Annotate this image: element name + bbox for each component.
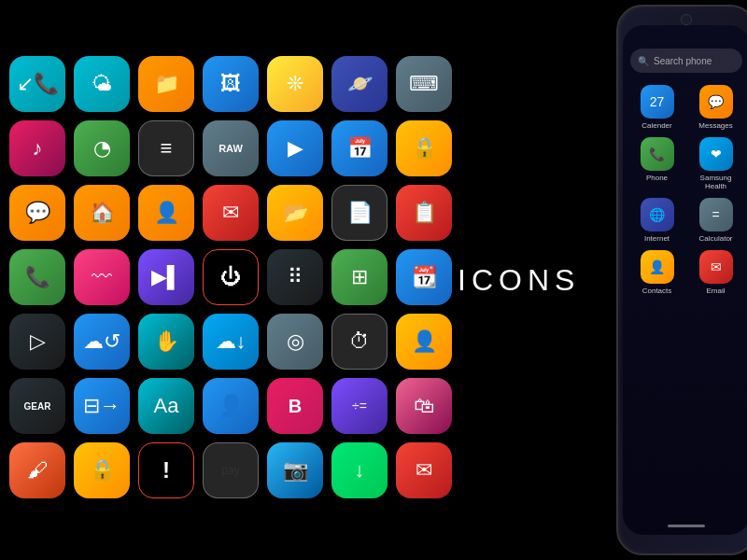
email-app-label: Email <box>706 287 725 295</box>
calender-app-label: Calender <box>641 121 671 130</box>
internet-app-icon: 🌐 <box>641 198 674 231</box>
email2-icon[interactable]: ✉ <box>396 442 452 498</box>
home-icon[interactable]: 🏠 <box>74 185 130 241</box>
phone-search-text: Search phone <box>654 56 712 66</box>
calendar-icon[interactable]: 📅 <box>331 120 388 176</box>
search-icon: 🔍 <box>638 56 649 66</box>
cloud-sync-icon[interactable]: ☁↺ <box>74 314 130 370</box>
dots-icon[interactable]: ⠿ <box>267 249 323 305</box>
gallery-icon[interactable]: 🖼 <box>203 56 259 112</box>
phone-screen: 🔍 Search phone 27Calender💬Messages📞Phone… <box>623 25 747 535</box>
phone-bottom-bar <box>668 525 705 527</box>
samsung-health-app[interactable]: ❤Samsung Health <box>690 137 741 190</box>
camera-icon[interactable]: 📷 <box>267 442 323 498</box>
task-icon[interactable]: 📆 <box>396 249 452 305</box>
email-app-icon: ✉ <box>699 250 733 284</box>
clock-icon[interactable]: ◔ <box>74 120 130 176</box>
messages-app[interactable]: 💬Messages <box>690 85 741 130</box>
bixby-icon[interactable]: ◎ <box>267 314 323 370</box>
messages-icon[interactable]: 💬 <box>9 185 65 241</box>
video-icon[interactable]: ▶ <box>267 120 323 176</box>
music-icon[interactable]: ♪ <box>9 120 65 176</box>
notice-icon[interactable]: ! <box>138 442 194 498</box>
gear-app-icon[interactable]: GEAR <box>9 378 65 434</box>
power-icon[interactable]: ⏻ <box>203 249 259 305</box>
secure2-icon[interactable]: 🔒 <box>74 442 130 498</box>
calculator-icon[interactable]: ⊞ <box>331 249 388 305</box>
paint-icon[interactable]: 🖌 <box>9 442 65 498</box>
icons-label: ICONS <box>458 263 580 298</box>
calender-app-icon: 27 <box>641 85 674 119</box>
keyboard-icon[interactable]: ⌨ <box>396 56 452 112</box>
document-icon[interactable]: 📄 <box>331 185 388 241</box>
pay-icon[interactable]: pay <box>203 442 259 498</box>
download-icon[interactable]: ↓ <box>331 442 388 498</box>
messages-app-label: Messages <box>698 121 732 130</box>
phone-mockup: 🔍 Search phone 27Calender💬Messages📞Phone… <box>598 0 747 560</box>
notes-icon[interactable]: ≡ <box>138 120 194 176</box>
settings-icon[interactable]: ❊ <box>267 56 323 112</box>
quickconnect-icon[interactable]: ⊟→ <box>74 378 130 434</box>
icons-grid: ↙📞🌤📁🖼❊🪐⌨♪◔≡RAW▶📅🔒💬🏠👤✉📂📄📋📞〰▶▌⏻⠿⊞📆▷☁↺✋☁↓◎⏱… <box>9 56 457 498</box>
email-app[interactable]: ✉Email <box>690 250 741 295</box>
messages-app-icon: 💬 <box>699 85 733 119</box>
ar-icon[interactable]: ✋ <box>138 314 194 370</box>
folder-orange-icon[interactable]: 📁 <box>138 56 194 112</box>
play-icon[interactable]: ▷ <box>9 314 65 370</box>
raw-photo-icon[interactable]: RAW <box>203 120 259 176</box>
phone-call-icon[interactable]: 📞 <box>9 249 65 305</box>
contacts-app-label: Contacts <box>642 287 672 295</box>
samsung-health-app-label: Samsung Health <box>690 174 741 190</box>
cloud-download-icon[interactable]: ☁↓ <box>203 314 259 370</box>
video-play-icon[interactable]: ▶▌ <box>138 249 194 305</box>
contacts-icon[interactable]: 👤 <box>138 185 194 241</box>
soundwave-icon[interactable]: 〰 <box>74 249 130 305</box>
internet-app-label: Internet <box>644 234 669 243</box>
mail-icon[interactable]: ✉ <box>203 185 259 241</box>
calculator-app[interactable]: =Calculator <box>690 198 741 243</box>
contact2-icon[interactable]: 👤 <box>203 378 259 434</box>
user-outline-icon[interactable]: 👤 <box>396 314 452 370</box>
shopping-icon[interactable]: 🛍 <box>396 378 452 434</box>
phone-search-bar[interactable]: 🔍 Search phone <box>630 49 742 73</box>
phone-body: 🔍 Search phone 27Calender💬Messages📞Phone… <box>616 5 747 555</box>
samsung-health-app-icon: ❤ <box>699 137 733 171</box>
phone-app[interactable]: 📞Phone <box>631 137 683 190</box>
galaxy-icon[interactable]: 🪐 <box>331 56 388 112</box>
phone-app-icon: 📞 <box>641 137 674 171</box>
internet-app[interactable]: 🌐Internet <box>631 198 683 243</box>
folder-icon[interactable]: 📂 <box>267 185 323 241</box>
weather-icon[interactable]: 🌤 <box>74 56 130 112</box>
phone-app-grid: 27Calender💬Messages📞Phone❤Samsung Health… <box>627 81 745 299</box>
calculator-app-label: Calculator <box>698 234 732 243</box>
calc2-icon[interactable]: ÷= <box>331 378 388 434</box>
calender-app[interactable]: 27Calender <box>631 85 683 130</box>
phone-app-label: Phone <box>646 174 668 182</box>
calculator-app-icon: = <box>699 198 733 231</box>
incoming-call-icon[interactable]: ↙📞 <box>9 56 65 112</box>
contacts-app-icon: 👤 <box>641 250 674 284</box>
file-icon[interactable]: 📋 <box>396 185 452 241</box>
phone-notch <box>681 14 692 25</box>
font-icon[interactable]: Aa <box>138 378 194 434</box>
secure-folder-icon[interactable]: 🔒 <box>396 120 452 176</box>
bixby2-icon[interactable]: B <box>267 378 323 434</box>
contacts-app[interactable]: 👤Contacts <box>631 250 683 295</box>
timer-icon[interactable]: ⏱ <box>331 314 388 370</box>
